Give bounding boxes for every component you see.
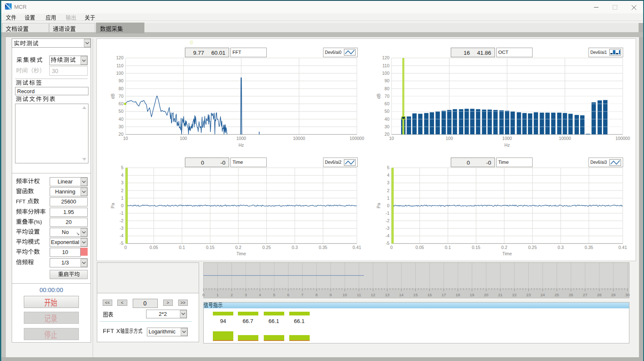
svg-text:12: 12 — [371, 292, 376, 297]
svg-text:17: 17 — [442, 292, 446, 297]
svg-text:8: 8 — [316, 292, 318, 297]
svg-text:28: 28 — [597, 292, 602, 297]
svg-text:20: 20 — [484, 292, 489, 297]
svg-text:13: 13 — [385, 292, 389, 297]
svg-text:16: 16 — [427, 292, 432, 297]
svg-text:18: 18 — [456, 292, 460, 297]
svg-text:0: 0 — [202, 292, 205, 297]
svg-text:30: 30 — [625, 292, 630, 297]
svg-text:1: 1 — [217, 292, 219, 297]
svg-text:2: 2 — [230, 292, 232, 297]
svg-text:5: 5 — [273, 292, 275, 297]
svg-text:26: 26 — [569, 292, 573, 297]
svg-text:29: 29 — [611, 292, 616, 297]
svg-text:7: 7 — [301, 292, 303, 297]
svg-text:24: 24 — [540, 292, 545, 297]
svg-text:27: 27 — [583, 292, 588, 297]
svg-text:10: 10 — [343, 292, 347, 297]
svg-text:14: 14 — [399, 292, 404, 297]
svg-text:6: 6 — [287, 292, 289, 297]
svg-text:4: 4 — [259, 292, 261, 297]
svg-text:11: 11 — [357, 292, 361, 297]
svg-text:15: 15 — [413, 292, 418, 297]
svg-text:21: 21 — [498, 292, 503, 297]
svg-text:23: 23 — [526, 292, 531, 297]
svg-text:9: 9 — [330, 292, 332, 297]
svg-text:3: 3 — [245, 292, 247, 297]
svg-text:22: 22 — [512, 292, 517, 297]
svg-text:19: 19 — [470, 292, 475, 297]
svg-text:25: 25 — [555, 292, 559, 297]
